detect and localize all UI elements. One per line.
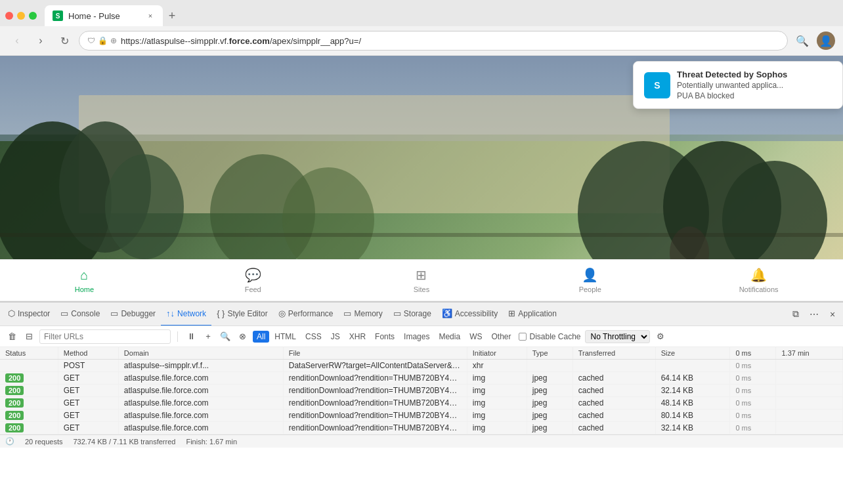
tab-close-button[interactable]: × bbox=[146, 11, 155, 20]
cell-type bbox=[527, 360, 573, 372]
url-security-icons: 🛡 🔒 ⊕ bbox=[87, 36, 117, 45]
dock-button[interactable]: ⧉ bbox=[788, 306, 804, 322]
devtools-tab-debugger[interactable]: ▭ Debugger bbox=[105, 303, 161, 326]
cell-waterfall-bar bbox=[776, 360, 843, 372]
clear-network-button[interactable]: 🗑 bbox=[5, 330, 18, 343]
cell-initiator: img bbox=[467, 372, 527, 385]
memory-icon: ▭ bbox=[343, 308, 351, 318]
disable-cache-toggle[interactable]: Disable Cache bbox=[519, 332, 580, 341]
lock-icon: 🔒 bbox=[98, 36, 108, 45]
cell-size: 64.14 KB bbox=[655, 372, 730, 385]
nav-item-people[interactable]: 👤 People bbox=[506, 260, 674, 301]
throttle-select[interactable]: No Throttling bbox=[585, 330, 650, 343]
table-row[interactable]: 200 GET atlaspulse.file.force.com rendit… bbox=[0, 410, 843, 422]
col-size: Size bbox=[655, 347, 730, 360]
devtools-tab-inspector[interactable]: ⬡ Inspector bbox=[3, 303, 55, 326]
filter-tab-fonts[interactable]: Fonts bbox=[371, 331, 399, 343]
filter-tab-all[interactable]: All bbox=[253, 331, 269, 343]
filter-toggle-button[interactable]: ⊟ bbox=[22, 330, 35, 343]
devtools-tab-performance[interactable]: ◎ Performance bbox=[273, 303, 339, 326]
filter-tab-js[interactable]: JS bbox=[327, 331, 344, 343]
search-button[interactable]: 🔍 bbox=[793, 32, 811, 50]
col-waterfall-end: 1.37 min bbox=[776, 347, 843, 360]
search-button[interactable]: 🔍 bbox=[219, 330, 232, 343]
user-avatar[interactable]: 👤 bbox=[817, 32, 835, 50]
url-bar[interactable]: 🛡 🔒 ⊕ https://atlaspulse--simpplr.vf.for… bbox=[79, 31, 788, 51]
reload-button[interactable]: ↻ bbox=[55, 32, 74, 50]
devtools-tab-style-editor[interactable]: { } Style Editor bbox=[211, 303, 273, 326]
cell-method: GET bbox=[58, 410, 118, 422]
devtools-tab-storage[interactable]: ▭ Storage bbox=[388, 303, 437, 326]
nav-item-sites[interactable]: ⊞ Sites bbox=[337, 260, 506, 301]
col-file: File bbox=[283, 347, 467, 360]
cell-waterfall-bar bbox=[776, 397, 843, 410]
table-row[interactable]: 200 GET atlaspulse.file.force.com rendit… bbox=[0, 385, 843, 397]
network-icon: ⊕ bbox=[110, 36, 117, 45]
filter-tab-css[interactable]: CSS bbox=[301, 331, 326, 343]
pause-button[interactable]: ⏸ bbox=[184, 330, 198, 343]
more-options-button[interactable]: ⋯ bbox=[806, 306, 822, 322]
threat-text: Threat Detected by Sophos Potentially un… bbox=[677, 70, 832, 100]
cell-transferred: cached bbox=[573, 397, 655, 410]
nav-item-feed[interactable]: 💬 Feed bbox=[169, 260, 337, 301]
filter-tab-other[interactable]: Other bbox=[487, 331, 515, 343]
devtools-tab-application[interactable]: ⊞ Application bbox=[503, 303, 562, 326]
inspector-icon: ⬡ bbox=[8, 308, 15, 318]
finish-time: Finish: 1.67 min bbox=[186, 438, 237, 446]
cell-type: jpeg bbox=[527, 422, 573, 434]
nav-item-home[interactable]: ⌂ Home bbox=[0, 260, 169, 301]
window-controls bbox=[5, 12, 37, 20]
cell-file: renditionDownload?rendition=THUMB720BY48… bbox=[283, 372, 467, 385]
settings-button[interactable]: ⚙ bbox=[654, 330, 667, 343]
table-row[interactable]: 200 GET atlaspulse.file.force.com rendit… bbox=[0, 397, 843, 410]
nav-label-people: People bbox=[579, 285, 601, 293]
cell-initiator: img bbox=[467, 410, 527, 422]
cell-method: POST bbox=[58, 360, 118, 372]
filter-tab-html[interactable]: HTML bbox=[270, 331, 300, 343]
filter-url-input[interactable] bbox=[39, 329, 171, 344]
sophos-logo: S bbox=[644, 72, 670, 98]
memory-label: Memory bbox=[354, 309, 382, 318]
feed-icon: 💬 bbox=[245, 267, 261, 283]
table-row[interactable]: POST atlaspulse--simpplr.vf.f... DataSer… bbox=[0, 360, 843, 372]
cell-waterfall-ms: 0 ms bbox=[730, 360, 776, 372]
window-maximize-button[interactable] bbox=[29, 12, 37, 20]
threat-title: Threat Detected by Sophos bbox=[677, 70, 832, 79]
filter-tab-ws[interactable]: WS bbox=[465, 331, 486, 343]
cell-file: renditionDownload?rendition=THUMB720BY48… bbox=[283, 422, 467, 434]
window-close-button[interactable] bbox=[5, 12, 13, 20]
devtools-tab-console[interactable]: ▭ Console bbox=[55, 303, 105, 326]
filter-tab-xhr[interactable]: XHR bbox=[345, 331, 370, 343]
forward-button[interactable]: › bbox=[32, 32, 50, 50]
disable-cache-checkbox[interactable] bbox=[519, 333, 527, 341]
svg-point-4 bbox=[105, 154, 184, 259]
back-button[interactable]: ‹ bbox=[8, 32, 26, 50]
cell-file: renditionDownload?rendition=THUMB720BY48… bbox=[283, 397, 467, 410]
blocked-button[interactable]: ⊗ bbox=[236, 330, 249, 343]
devtools-panel: ⬡ Inspector ▭ Console ▭ Debugger ↑↓ Netw… bbox=[0, 301, 843, 448]
filter-tab-images[interactable]: Images bbox=[400, 331, 433, 343]
tab-bar: S Home - Pulse × + bbox=[0, 0, 843, 26]
tab-favicon: S bbox=[53, 10, 63, 21]
window-minimize-button[interactable] bbox=[17, 12, 25, 20]
cell-initiator: img bbox=[467, 397, 527, 410]
new-tab-button[interactable]: + bbox=[163, 7, 181, 25]
devtools-tab-network[interactable]: ↑↓ Network bbox=[161, 303, 211, 326]
devtools-tab-accessibility[interactable]: ♿ Accessibility bbox=[437, 303, 503, 326]
close-devtools-button[interactable]: × bbox=[825, 306, 840, 322]
table-row[interactable]: 200 GET atlaspulse.file.force.com rendit… bbox=[0, 422, 843, 434]
nav-item-notifications[interactable]: 🔔 Notifications bbox=[674, 260, 843, 301]
devtools-tab-memory[interactable]: ▭ Memory bbox=[338, 303, 387, 326]
network-toolbar: 🗑 ⊟ ⏸ + 🔍 ⊗ All HTML CSS JS XHR Fonts Im… bbox=[0, 326, 843, 347]
cell-domain: atlaspulse.file.force.com bbox=[118, 410, 283, 422]
svg-rect-11 bbox=[0, 233, 843, 237]
add-button[interactable]: + bbox=[202, 330, 215, 343]
col-initiator: Initiator bbox=[467, 347, 527, 360]
performance-label: Performance bbox=[288, 309, 334, 318]
accessibility-icon: ♿ bbox=[442, 308, 452, 318]
browser-tab[interactable]: S Home - Pulse × bbox=[45, 5, 163, 26]
filter-tab-media[interactable]: Media bbox=[435, 331, 464, 343]
table-row[interactable]: 200 GET atlaspulse.file.force.com rendit… bbox=[0, 372, 843, 385]
cell-status bbox=[0, 360, 58, 372]
nav-label-sites: Sites bbox=[414, 285, 429, 293]
